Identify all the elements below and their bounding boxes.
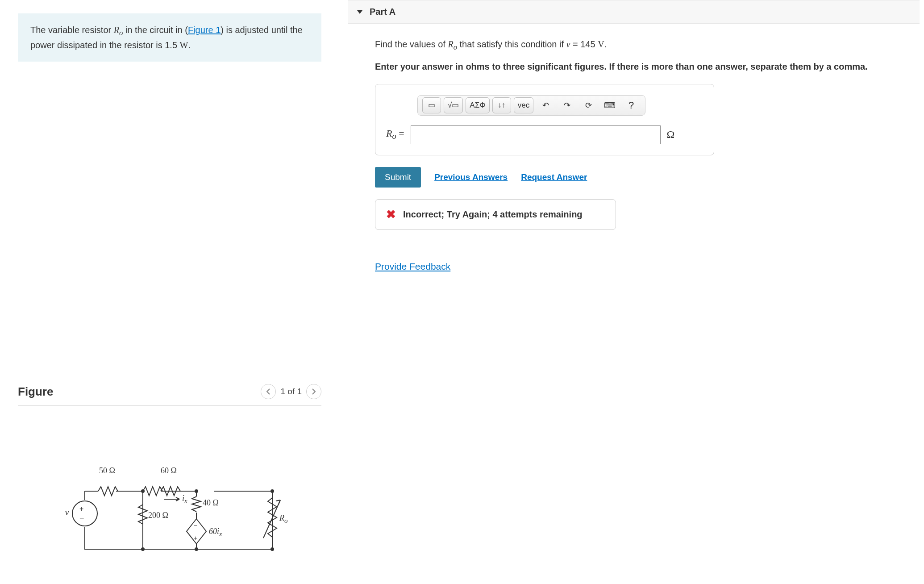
provide-feedback-link[interactable]: Provide Feedback [375, 261, 450, 272]
figure-title: Figure [18, 385, 53, 399]
question-text: Find the values of Ro that satisfy this … [375, 37, 893, 54]
greek-button[interactable]: ΑΣΦ [466, 97, 489, 113]
submit-button[interactable]: Submit [375, 167, 421, 188]
label-r50: 50 Ω [99, 466, 115, 476]
feedback-text: Incorrect; Try Again; 4 attempts remaini… [403, 209, 583, 220]
figure-pager: 1 of 1 [261, 384, 321, 399]
incorrect-icon: ✖ [386, 208, 396, 221]
figure-1-link[interactable]: Figure 1 [188, 25, 221, 35]
unit-w: W [180, 40, 188, 50]
svg-point-0 [72, 501, 97, 526]
chevron-right-icon [312, 388, 316, 395]
caret-down-icon [357, 10, 362, 14]
svg-point-8 [141, 547, 145, 551]
feedback-box: ✖ Incorrect; Try Again; 4 attempts remai… [375, 199, 616, 230]
svg-point-9 [195, 547, 198, 551]
svg-text:−: − [79, 514, 84, 523]
svg-text:+: + [79, 505, 83, 513]
answer-card: ▭ √▭ ΑΣΦ ↓↑ vec ↶ ↷ ⟳ ⌨ ? Ro = Ω [375, 84, 714, 155]
figure-next-button[interactable] [306, 384, 321, 399]
previous-answers-link[interactable]: Previous Answers [434, 172, 508, 182]
keyboard-button[interactable]: ⌨ [600, 97, 619, 113]
answer-variable-label: Ro = [386, 128, 404, 141]
help-button[interactable]: ? [622, 97, 641, 113]
fraction-root-button[interactable]: √▭ [444, 97, 463, 113]
part-a-header[interactable]: Part A [348, 0, 920, 24]
subscript-button[interactable]: ↓↑ [492, 97, 511, 113]
answer-input[interactable] [411, 125, 661, 144]
undo-button[interactable]: ↶ [536, 97, 555, 113]
variable-ro: Ro [114, 25, 123, 35]
svg-point-5 [141, 489, 145, 493]
svg-point-6 [195, 489, 198, 493]
label-ccvs: 60ix [209, 527, 222, 538]
equation-toolbar: ▭ √▭ ΑΣΦ ↓↑ vec ↶ ↷ ⟳ ⌨ ? [417, 95, 645, 116]
svg-point-10 [271, 547, 274, 551]
request-answer-link[interactable]: Request Answer [521, 172, 587, 182]
label-r200: 200 Ω [148, 511, 168, 520]
vector-button[interactable]: vec [514, 97, 533, 113]
template-button[interactable]: ▭ [422, 97, 441, 113]
reset-button[interactable]: ⟳ [579, 97, 598, 113]
svg-text:+: + [194, 534, 197, 542]
label-r40: 40 Ω [203, 498, 219, 508]
label-v: v [65, 508, 69, 517]
label-r60: 60 Ω [161, 466, 177, 476]
problem-statement: The variable resistor Ro in the circuit … [18, 13, 321, 62]
chevron-left-icon [266, 388, 271, 395]
label-ix: ix [182, 494, 187, 505]
figure-page-indicator: 1 of 1 [280, 387, 302, 396]
vertical-divider [335, 0, 335, 584]
part-label: Part A [370, 7, 395, 17]
svg-text:−: − [194, 522, 197, 529]
svg-point-7 [271, 489, 274, 493]
answer-instructions: Enter your answer in ohms to three signi… [375, 60, 893, 73]
label-ro: Ro [279, 513, 288, 525]
redo-button[interactable]: ↷ [558, 97, 576, 113]
figure-prev-button[interactable] [261, 384, 276, 399]
answer-unit: Ω [667, 129, 675, 141]
circuit-diagram: + − [67, 469, 290, 569]
problem-text: The variable resistor [30, 25, 114, 35]
